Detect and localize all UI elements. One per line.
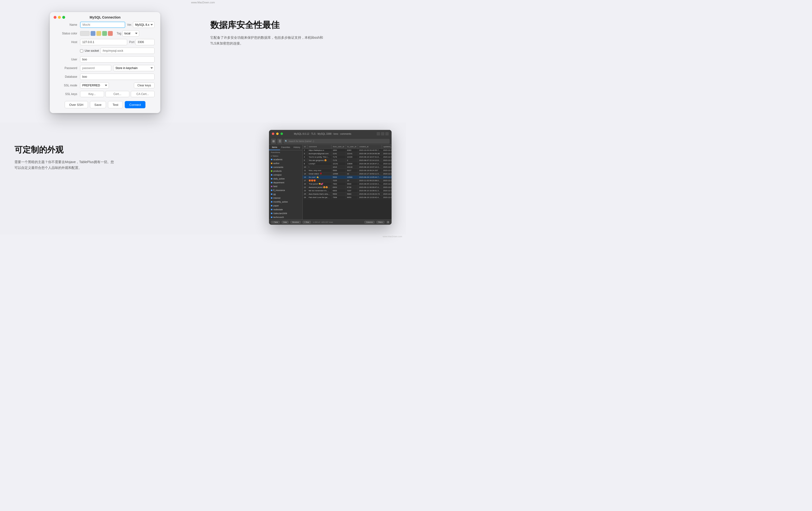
key-button[interactable]: Key... — [80, 91, 104, 97]
window-control-1[interactable] — [377, 132, 380, 135]
swatch-red[interactable] — [108, 31, 113, 36]
sidebar-item-crimejn4[interactable]: crimejn4 — [269, 173, 302, 177]
table-row[interactable]: 10\1616101182015-08-16 19:37:14.3722015-… — [302, 165, 392, 169]
sidebar-item-department[interactable]: department — [269, 181, 302, 185]
item-name: realestate — [273, 208, 283, 211]
socket-path-input[interactable] — [100, 48, 155, 54]
tab-items[interactable]: Items — [269, 145, 280, 150]
name-label: Name — [56, 23, 77, 26]
table-cell: 2015-11-02 06:23:38.084 — [358, 179, 382, 182]
ssl-mode-dropdown[interactable]: PREFERRED — [80, 82, 109, 88]
table-row[interactable]: 4You're so pretty. This is a nice 👀 gorg… — [302, 155, 392, 159]
cert-button[interactable]: Cert... — [106, 91, 129, 97]
col-from-user-id[interactable]: from_user_id — [331, 145, 346, 149]
app-fullscreen-button[interactable] — [281, 133, 283, 135]
fullscreen-button[interactable] — [62, 16, 65, 19]
col-comment[interactable]: comment — [307, 145, 331, 149]
save-button[interactable]: Save — [90, 101, 106, 108]
sidebar-item-monthly-active[interactable]: monthly_active — [269, 200, 302, 204]
password-input[interactable] — [80, 65, 111, 71]
tab-favorites[interactable]: Favorites — [280, 145, 291, 150]
table-row[interactable]: 3duchuykun@gmail.com1141121412015-08-14 … — [302, 152, 392, 155]
table-row[interactable]: 8Lovely!!12141108062015-08-26 18:28:47.2… — [302, 162, 392, 165]
name-input[interactable] — [80, 22, 125, 28]
swatch-yellow[interactable] — [96, 31, 101, 36]
swatch-default[interactable] — [80, 31, 90, 36]
table-cell: Lovely!! — [307, 162, 331, 165]
sidebar-item-academic[interactable]: academic — [269, 158, 302, 161]
filters-btn[interactable]: Filters — [376, 221, 384, 223]
sidebar-item-products[interactable]: products — [269, 169, 302, 173]
row-btn[interactable]: + Row — [302, 221, 311, 223]
tag-row: Tag local — [117, 30, 139, 36]
close-button[interactable] — [54, 16, 57, 19]
version-dropdown[interactable]: MySQL 8.x — [133, 22, 154, 28]
table-row[interactable]: 23Me too remember it's cute isn't it 😊😊6… — [302, 189, 392, 192]
col-to-user-id[interactable]: to_user_id — [346, 145, 358, 149]
settings-icon[interactable]: ⚙ — [386, 221, 390, 224]
sidebar-item-salesjan2009[interactable]: SalesJan2009 — [269, 212, 302, 215]
use-socket-checkbox[interactable] — [80, 49, 83, 52]
sidebar-item-realestate[interactable]: realestate — [269, 208, 302, 212]
sidebar-item-field[interactable]: field — [269, 185, 302, 188]
connect-button[interactable]: Connect — [125, 101, 145, 108]
sidebar-item-weekly-active[interactable]: weekly_active — [269, 219, 302, 219]
over-ssh-button[interactable]: Over SSH — [65, 101, 88, 108]
table-cell: 2015-09-10 18:36:01.392 — [358, 189, 382, 192]
tag-dropdown[interactable]: local — [122, 30, 139, 36]
sidebar-item-author[interactable]: author — [269, 161, 302, 165]
sidebar-item-fl-insurance[interactable]: fl_insurance — [269, 188, 302, 192]
table-btn[interactable]: + Table — [271, 221, 280, 223]
minimize-button[interactable] — [58, 16, 61, 19]
app-close-button[interactable] — [272, 133, 274, 135]
sidebar-item-gg[interactable]: gg — [269, 192, 302, 196]
window-control-3[interactable] — [385, 132, 389, 135]
functions-section: Functions — [269, 151, 302, 154]
table-cell: 2015-08-14 09:34:56.98 — [358, 152, 382, 155]
database-input[interactable] — [80, 74, 154, 80]
table-row[interactable]: 16So cool ! 🤙5569105662015-08-28 13:05:4… — [302, 176, 392, 179]
port-input[interactable] — [135, 39, 154, 45]
table-cell: 25 — [302, 192, 307, 196]
table-row[interactable]: 25Aww thanks that's what I thought to lo… — [302, 192, 392, 196]
window-control-2[interactable] — [381, 132, 384, 135]
table-row[interactable]: 14Great video! 🌹12566222015-10-17 16:52:… — [302, 172, 392, 176]
swatch-blue[interactable] — [91, 31, 95, 36]
sidebar-item-techcrunch[interactable]: techcrunch — [269, 215, 302, 219]
table-row[interactable]: 22Awesome jacket 😍😍😍630367302015-09-11 0… — [302, 186, 392, 189]
sidebar-item-comments[interactable]: comments — [269, 165, 302, 169]
sidebar-item-daily-active[interactable]: daily_active — [269, 177, 302, 181]
item-name: daily_active — [273, 178, 285, 180]
store-keychain-dropdown[interactable]: Store in keychain — [113, 65, 154, 71]
sidebar-item-paper[interactable]: paper — [269, 204, 302, 208]
col-id[interactable]: id — [302, 145, 307, 149]
table-cell: Fab shot! Love the jacket! — [307, 196, 331, 199]
host-input[interactable] — [80, 39, 127, 45]
search-bar[interactable]: 🔍 Search for items (name/...) — [283, 139, 390, 144]
item-dot — [271, 193, 272, 195]
table-row[interactable]: 17🎁🎁🎁7225102015-11-02 06:23:38.0842015-1… — [302, 179, 392, 182]
dialog-wrapper: MySQL Connection Name Ver. MySQL 8.x — [14, 12, 196, 113]
clear-keys-button[interactable]: Clear keys — [134, 82, 155, 88]
swatch-green[interactable] — [102, 31, 107, 36]
port-section: Port — [129, 39, 154, 45]
table-row[interactable]: 11Nice, very nice556950272015-09-18 08:2… — [302, 169, 392, 172]
toolbar-icon-1[interactable]: ⊞ — [271, 139, 276, 144]
item-dot — [271, 170, 272, 172]
user-input[interactable] — [80, 56, 154, 62]
table-row[interactable]: 20That jacket 👊💕736499402015-08-05 13:42… — [302, 182, 392, 186]
toolbar-icon-2[interactable]: ☰ — [277, 139, 283, 144]
tab-history[interactable]: History — [291, 145, 302, 150]
ca-cert-button[interactable]: CA Cert... — [131, 91, 154, 97]
sidebar-item-interest[interactable]: interest — [269, 196, 302, 200]
data-btn[interactable]: Data — [282, 221, 289, 223]
table-row[interactable]: 2https://tableplus.io166483832015-10-03 … — [302, 149, 392, 152]
table-row[interactable]: 26Fab shot! Love the jacket!730869532015… — [302, 196, 392, 199]
col-updated-at[interactable]: updated_at — [382, 145, 392, 149]
test-button[interactable]: Test — [108, 101, 123, 108]
columns-btn[interactable]: Columns — [365, 221, 375, 223]
structure-btn[interactable]: Structure — [290, 221, 300, 223]
col-created-at[interactable]: created_at — [358, 145, 382, 149]
table-row[interactable]: 5You are gorgeous 😍717622015-08-07 22:14… — [302, 159, 392, 162]
app-minimize-button[interactable] — [276, 133, 279, 135]
